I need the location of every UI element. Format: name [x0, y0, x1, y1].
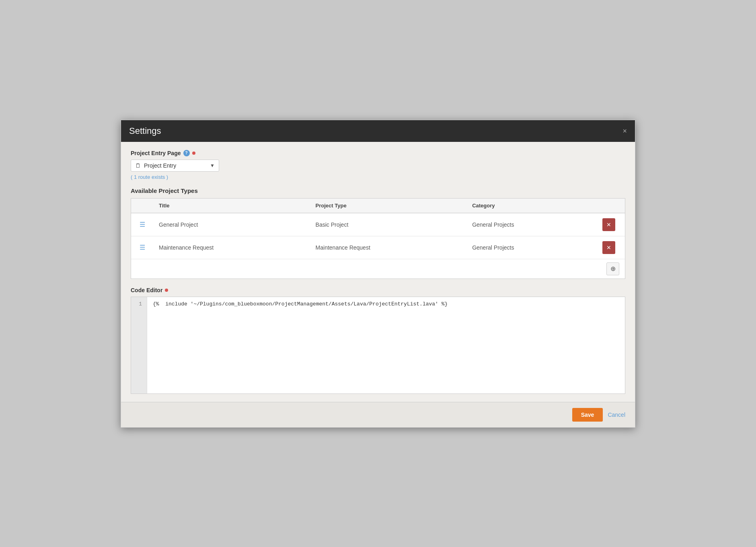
line-number-1: 1 — [136, 301, 142, 307]
required-dot — [192, 152, 195, 155]
table-row: ☰ Maintenance Request Maintenance Reques… — [131, 236, 625, 259]
document-icon: 🗒 — [135, 162, 141, 169]
table-row: ☰ General Project Basic Project General … — [131, 213, 625, 236]
add-row: ⊕ — [131, 259, 625, 279]
line-numbers: 1 — [131, 297, 147, 393]
add-row-action: ⊕ — [593, 259, 625, 279]
code-editor-wrapper: 1 {% include '~/Plugins/com_blueboxmoon/… — [131, 297, 625, 394]
category-cell: General Projects — [466, 213, 593, 236]
drag-cell: ☰ — [131, 236, 153, 259]
help-icon[interactable]: ? — [183, 150, 190, 156]
add-row-button[interactable]: ⊕ — [606, 262, 619, 275]
project-entry-page-label: Project Entry Page ? — [131, 150, 625, 156]
col-drag — [131, 199, 153, 213]
title-cell: General Project — [153, 213, 310, 236]
code-editor-required-dot — [165, 289, 168, 292]
drag-cell: ☰ — [131, 213, 153, 236]
select-value: Project Entry — [144, 162, 210, 169]
settings-dialog: Settings × Project Entry Page ? 🗒 Projec… — [121, 120, 635, 428]
title-cell: Maintenance Request — [153, 236, 310, 259]
dialog-footer: Save Cancel — [121, 402, 635, 427]
route-exists-link[interactable]: ( 1 route exists ) — [131, 174, 625, 180]
delete-row-button[interactable]: ✕ — [602, 218, 615, 231]
project-types-table: Title Project Type Category ☰ General Pr… — [131, 199, 625, 279]
col-title: Title — [153, 199, 310, 213]
dialog-title: Settings — [129, 126, 161, 136]
col-project-type: Project Type — [310, 199, 467, 213]
project-type-cell: Maintenance Request — [310, 236, 467, 259]
drag-handle-icon[interactable]: ☰ — [140, 221, 145, 228]
code-editor-section: Code Editor 1 {% include '~/Plugins/com_… — [131, 287, 625, 394]
project-type-cell: Basic Project — [310, 213, 467, 236]
project-types-table-container: Title Project Type Category ☰ General Pr… — [131, 198, 625, 279]
chevron-down-icon: ▼ — [210, 163, 215, 168]
drag-handle-icon[interactable]: ☰ — [140, 244, 145, 251]
col-actions — [593, 199, 625, 213]
code-editor-label: Code Editor — [131, 287, 625, 293]
project-entry-select[interactable]: 🗒 Project Entry ▼ — [131, 160, 219, 172]
code-content[interactable]: {% include '~/Plugins/com_blueboxmoon/Pr… — [147, 297, 625, 393]
available-project-types-label: Available Project Types — [131, 187, 625, 194]
action-cell: ✕ — [593, 236, 625, 259]
close-button[interactable]: × — [622, 127, 627, 135]
col-category: Category — [466, 199, 593, 213]
add-row-spacer — [131, 259, 593, 279]
save-button[interactable]: Save — [572, 408, 603, 422]
delete-row-button[interactable]: ✕ — [602, 241, 615, 254]
category-cell: General Projects — [466, 236, 593, 259]
dialog-body: Project Entry Page ? 🗒 Project Entry ▼ (… — [121, 142, 635, 402]
dialog-header: Settings × — [121, 120, 635, 142]
action-cell: ✕ — [593, 213, 625, 236]
cancel-button[interactable]: Cancel — [608, 412, 625, 418]
